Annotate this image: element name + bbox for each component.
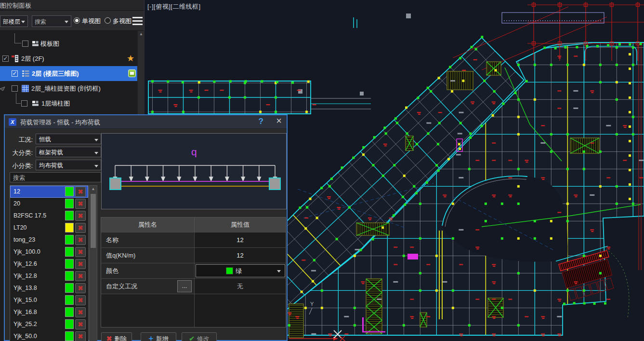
floor-icon [12, 55, 19, 62]
panel-toolbar: 部楼层 搜索 单视图 多视图 [0, 11, 144, 31]
delete-x-icon[interactable]: ✖ [75, 283, 86, 293]
add-button[interactable]: +新增 [141, 332, 176, 341]
chevron-down-icon [65, 21, 68, 23]
color-swatch [65, 235, 74, 245]
panel-title-bar: 视图控制面板 [0, 0, 144, 11]
prop-value-row0[interactable]: 12 [194, 232, 286, 247]
list-scrollbar[interactable]: ▲ [89, 185, 97, 341]
load-list: 12✖20✖B2FSC 17.5✖LT20✖tong_23✖Yjk_100.0✖… [10, 185, 89, 341]
load-name: Yjk_13.8 [13, 285, 37, 291]
multi-view-radio[interactable] [105, 17, 111, 24]
delete-x-icon[interactable]: ✖ [75, 247, 86, 257]
chevron-down-icon [94, 165, 98, 167]
delete-x-icon: ✖ [106, 335, 112, 341]
color-swatch [65, 271, 74, 281]
delete-x-icon[interactable]: ✖ [75, 331, 86, 341]
floor-filter-dropdown[interactable]: 部楼层 [0, 15, 28, 27]
load-list-item[interactable]: 20✖ [10, 198, 88, 210]
scrollbar-thumb[interactable] [91, 194, 96, 248]
menu-icon[interactable] [132, 17, 143, 25]
prop-name-row0: 名称 [101, 232, 194, 247]
tree-item-floor2-3d[interactable]: ✓ 2层 (楼层三维图) [0, 66, 137, 81]
minor-category-dropdown[interactable]: 均布荷载 [36, 160, 101, 170]
delete-x-icon[interactable]: ✖ [75, 223, 86, 233]
delete-x-icon[interactable]: ✖ [75, 187, 86, 197]
load-list-item[interactable]: 12✖ [10, 186, 88, 198]
delete-x-icon[interactable]: ✖ [75, 307, 86, 317]
load-list-item[interactable]: Yjk_15.0✖ [10, 294, 88, 306]
load-list-item[interactable]: LT20✖ [10, 222, 88, 234]
prop-value-row1[interactable]: 12 [194, 247, 286, 263]
plus-icon: + [149, 334, 154, 341]
load-list-item[interactable]: tong_23✖ [10, 234, 88, 246]
property-value-header: 属性值 [194, 218, 286, 232]
single-view-radio[interactable] [74, 17, 80, 24]
floor-tree: 模板图 ✓ 2层 (2F) ★ ✓ 2层 (楼层三维图) [0, 31, 137, 114]
delete-x-icon[interactable]: ✖ [75, 319, 86, 329]
load-name: 12 [13, 188, 20, 195]
help-icon[interactable]: ? [259, 117, 263, 126]
load-name: Yjk_50.0 [13, 333, 37, 340]
load-name: Yjk_12.8 [13, 273, 37, 279]
load-list-item[interactable]: Yjk_13.8✖ [10, 282, 88, 294]
load-name: 20 [13, 200, 20, 207]
color-swatch [65, 211, 74, 220]
viewport-mode-label[interactable]: [-][俯视][二维线框] [147, 2, 201, 11]
checkbox[interactable] [12, 85, 18, 92]
delete-button[interactable]: ✖删除 [101, 332, 132, 341]
tree-search-dropdown[interactable]: 搜索 [32, 15, 71, 27]
delete-x-icon[interactable]: ✖ [75, 235, 86, 245]
load-name: Yjk_100.0 [13, 248, 40, 255]
layers-icon [32, 40, 39, 47]
delete-x-icon[interactable]: ✖ [75, 271, 86, 281]
color-dropdown[interactable]: 绿 [196, 264, 285, 277]
modify-button[interactable]: ✔修改 [182, 332, 217, 341]
snapshot-icon[interactable] [128, 69, 136, 77]
load-list-item[interactable]: Yjk_50.0✖ [10, 330, 88, 341]
tree-scrollbar[interactable]: ▲ [137, 31, 145, 114]
minor-category-label: 小分类: [5, 162, 33, 170]
color-swatch [65, 223, 74, 232]
case-dropdown[interactable]: 恒载 [36, 134, 101, 144]
color-swatch [65, 283, 74, 293]
app-logo-icon: X [9, 118, 16, 126]
favorite-star-icon[interactable]: ★ [127, 53, 134, 64]
major-category-dropdown[interactable]: 框架荷载 [36, 147, 101, 157]
load-list-item[interactable]: Yjk_100.0✖ [10, 246, 88, 258]
delete-x-icon[interactable]: ✖ [75, 199, 86, 209]
tree-item-floor1-wallcolumn[interactable]: 1层墙柱图 [0, 96, 137, 111]
color-swatch [65, 187, 74, 196]
checkbox-checked[interactable]: ✓ [2, 55, 9, 62]
tree-connector [14, 33, 21, 43]
more-options-button[interactable]: ... [177, 280, 192, 292]
load-list-item[interactable]: Yjk_25.2✖ [10, 318, 88, 330]
load-list-item[interactable]: Yjk_12.6✖ [10, 258, 88, 270]
tree-item-floor2[interactable]: ✓ 2层 (2F) ★ [0, 51, 137, 66]
dialog-title-bar[interactable]: X 荷载管理器 - 恒载 - 均布荷载 ? × [5, 115, 287, 129]
tree-item-template-plan[interactable]: 模板图 [0, 36, 137, 51]
delete-x-icon[interactable]: ✖ [75, 259, 86, 269]
delete-x-icon[interactable]: ✖ [75, 295, 86, 305]
case-label: 工况: [5, 136, 33, 144]
load-name: LT20 [13, 224, 27, 231]
load-list-item[interactable]: B2FSC 17.5✖ [10, 210, 88, 222]
panel-title: 视图控制面板 [0, 0, 31, 10]
checkbox-checked[interactable]: ✓ [12, 70, 18, 77]
close-icon[interactable]: × [276, 115, 282, 126]
scroll-up-icon[interactable]: ▲ [90, 187, 97, 191]
load-list-item[interactable]: Yjk_12.8✖ [10, 270, 88, 282]
load-search-input[interactable]: 搜索 [10, 172, 101, 182]
prop-name-row3: 自定义工况 ... [101, 278, 194, 294]
checkbox[interactable] [22, 41, 28, 47]
load-name: Yjk_12.6 [13, 260, 37, 267]
load-list-item[interactable]: Yjk_16.8✖ [10, 306, 88, 318]
load-manager-dialog: X 荷载管理器 - 恒载 - 均布荷载 ? × 工况: 恒载 大分类: 框架荷载… [4, 114, 288, 341]
scroll-up-icon[interactable]: ▲ [138, 32, 145, 36]
svg-text:Y: Y [310, 301, 314, 307]
checkbox[interactable] [21, 100, 27, 107]
prop-value-row3[interactable]: 无 [194, 278, 286, 294]
property-name-header: 属性名 [101, 218, 194, 232]
color-swatch [65, 199, 74, 208]
single-view-label: 单视图 [82, 17, 101, 26]
delete-x-icon[interactable]: ✖ [75, 211, 86, 221]
